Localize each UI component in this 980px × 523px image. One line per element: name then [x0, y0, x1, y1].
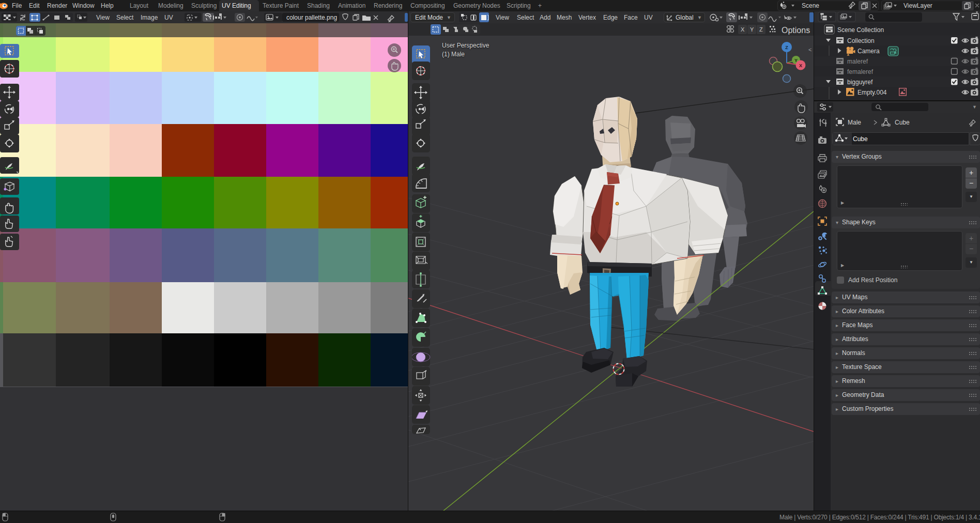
- svg-text:maleref: maleref: [847, 58, 868, 65]
- svg-text:X: X: [741, 26, 745, 33]
- svg-text:Cube: Cube: [853, 135, 868, 143]
- svg-text:Cube: Cube: [895, 119, 910, 126]
- svg-text:Z: Z: [759, 26, 763, 33]
- svg-text:Male: Male: [848, 119, 861, 126]
- svg-text:Scene Collection: Scene Collection: [837, 26, 884, 34]
- svg-text:X: X: [799, 63, 802, 68]
- svg-text:Camera: Camera: [858, 48, 880, 55]
- svg-text:femaleref: femaleref: [847, 68, 874, 75]
- svg-text:Y: Y: [750, 26, 754, 33]
- svg-text:bigguyref: bigguyref: [847, 79, 873, 86]
- svg-text:Z: Z: [785, 45, 788, 50]
- svg-text:Collection: Collection: [847, 37, 875, 44]
- svg-text:<: <: [808, 47, 811, 53]
- svg-text:Empty.004: Empty.004: [858, 89, 887, 96]
